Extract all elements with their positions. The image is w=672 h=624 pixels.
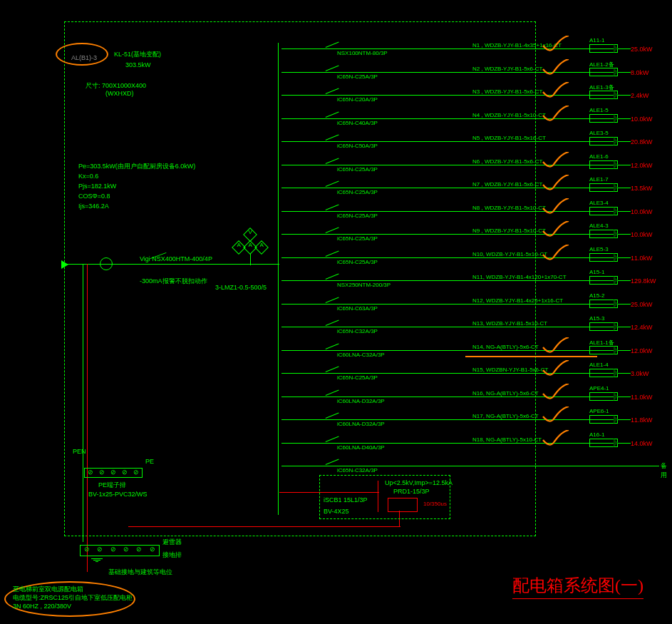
destination-box-icon — [589, 322, 618, 331]
pe-label: PE — [145, 458, 154, 465]
breaker-symbol-icon — [326, 133, 341, 141]
breaker-symbol-icon — [326, 110, 341, 118]
destination-label: ALE1-1备 — [589, 339, 614, 347]
breaker-label: iC60LNA-D32A/3P — [337, 398, 385, 404]
annotation-check-icon — [542, 406, 570, 425]
branch-row: iC65N-C25A/3P N9 , WDZB-YJY-B1-5x10-CT A… — [281, 227, 666, 250]
cable-label: N14, NG-A(BTLY)-5x6-CT — [472, 344, 539, 350]
destination-label: ALE3-4 — [589, 200, 609, 206]
branch-line — [281, 234, 631, 235]
load-label: 11.0kW — [631, 394, 653, 401]
annotation-check-icon — [542, 106, 570, 124]
panel-id-short: AL(B1)-3 — [71, 54, 97, 61]
breaker-symbol-icon — [326, 86, 341, 95]
breaker-label: iC60LNA-D32A/3P — [337, 421, 385, 427]
branch-line — [281, 118, 631, 119]
pe-cable-label: BV-1x25-PVC32/WS — [88, 491, 148, 498]
destination-box-icon — [589, 137, 618, 145]
load-label: 129.8kW — [631, 277, 656, 285]
breaker-label: iC65N-C25A/3P — [337, 189, 378, 195]
destination-label: A15-2 — [589, 292, 604, 299]
breaker-label: iC60LNA-C32A/3P — [337, 352, 385, 358]
breaker-symbol-icon — [326, 63, 341, 72]
destination-label: APE4-1 — [589, 385, 609, 392]
pe-terminal-bar: ⊘⊘⊘⊘⊘ — [84, 468, 143, 478]
destination-box-icon — [589, 439, 618, 447]
load-label: 2.4kW — [631, 92, 649, 99]
branch-line — [281, 48, 631, 49]
cable-label: N17, NG-A(BTLY)-5x6-CT — [472, 413, 539, 419]
cable-label: N15, WDZBN-YJY-B1-5x6-CT — [472, 367, 548, 373]
breaker-symbol-icon — [326, 179, 341, 188]
branch-row: iC65N-C40A/3P N4 , WDZB-YJY-B1-5x10-CT A… — [281, 111, 666, 135]
cable-label: N11, WDZB-YJY-B1-4x120+1x70-CT — [472, 274, 567, 280]
annotation-check-icon — [542, 82, 570, 101]
cable-label: N12, WDZB-YJY-B1-4x25+1x16-CT — [472, 297, 563, 304]
breaker-symbol-icon — [326, 411, 341, 419]
destination-label: ALE3-5 — [589, 130, 609, 136]
annotation-check-icon — [542, 36, 570, 54]
panel-params: Pe=303.5kW(由用户自配厨房设备6.0kW) Kx=0.6 Pjs=18… — [78, 161, 195, 211]
load-label: 11.0kW — [631, 255, 653, 262]
breaker-symbol-icon — [326, 40, 341, 48]
branch-line — [281, 304, 631, 305]
annotation-check-icon — [542, 360, 570, 379]
branch-line — [281, 466, 659, 466]
incoming-arrow-icon — [61, 260, 68, 269]
branch-row: iC60LNA-D32A/3P N17, NG-A(BTLY)-5x6-CT A… — [281, 412, 666, 436]
destination-label: ALE1-2备 — [589, 61, 614, 68]
cable-label: N18, NG-A(BTLY)-5x10-CT — [472, 436, 542, 443]
cable-label: N6 , WDZB-YJY-B1-5x6-CT — [472, 158, 542, 165]
load-label: 25.0kW — [631, 46, 653, 53]
breaker-label: iC65N-C50A/3P — [337, 143, 378, 149]
annotation-check-icon — [542, 245, 570, 263]
destination-label: A11-1 — [589, 37, 604, 44]
cable-label: N16, NG-A(BTLY)-5x6-CT — [472, 390, 539, 397]
load-label: 10.0kW — [631, 208, 653, 215]
breaker-label: iC65N-C32A/3P — [337, 467, 378, 474]
breaker-label: iC65N-C32A/3P — [337, 328, 378, 334]
branch-row: iC65N-C25A/3P N10, WDZB-YJY-B1-5x10-CT A… — [281, 250, 666, 274]
annotation-check-icon — [542, 152, 570, 170]
branch-row: iC60LNA-D40A/3P N18, NG-A(BTLY)-5x10-CT … — [281, 436, 666, 459]
annotation-check-icon — [542, 175, 570, 193]
branch-line — [281, 373, 631, 374]
pe-bar-label: PE端子排 — [98, 481, 126, 490]
annotation-check-icon — [542, 337, 570, 356]
load-label: 8.0kW — [631, 69, 649, 76]
load-label: 12.4kW — [631, 324, 653, 331]
breaker-label: iC65N-C40A/3P — [337, 120, 378, 126]
spare-label: 备用 — [661, 461, 667, 480]
breaker-symbol-icon — [326, 457, 341, 466]
annotation-check-icon — [542, 198, 570, 217]
ct-symbol-icon — [100, 257, 113, 270]
branch-line — [281, 188, 631, 188]
breaker-symbol-icon — [326, 434, 341, 443]
breaker-symbol-icon — [326, 364, 341, 373]
breaker-label: iC65N-C25A/3P — [337, 73, 378, 80]
spd-earth-run — [128, 526, 400, 527]
spd-enclosure — [319, 475, 450, 519]
branch-row: iC65N-C25A/3P N8 , WDZB-YJY-B1-5x10-CT A… — [281, 204, 666, 227]
load-label: 10.0kW — [631, 231, 653, 238]
panel-total-load: 303.5kW — [125, 61, 151, 68]
load-label: 25.0kW — [631, 301, 653, 308]
destination-box-icon — [589, 68, 618, 76]
destination-label: APE6-1 — [589, 408, 609, 414]
breaker-label: NSX100NTM-80/3P — [337, 50, 388, 56]
busbar — [278, 43, 279, 515]
breaker-label: iC65N-C63A/3P — [337, 305, 378, 312]
breaker-label: iC60LNA-D40A/3P — [337, 444, 385, 451]
pen-drop-line — [83, 264, 83, 542]
destination-label: ALE1-6 — [589, 153, 609, 160]
branch-line — [281, 257, 631, 258]
branch-row: iC65N-C20A/3P N3 , WDZB-YJY-B1-5x6-CT AL… — [281, 88, 666, 111]
load-label: 20.8kW — [631, 138, 653, 145]
source-notes: 至电梯前室双电源配电箱 电缆型号:ZRSC125引自地下室低压配电柜 3N 60… — [13, 585, 133, 610]
breaker-symbol-icon — [326, 249, 341, 257]
annotation-check-icon — [542, 221, 570, 240]
cable-label: N3 , WDZB-YJY-B1-5x6-CT — [472, 88, 542, 95]
destination-label: A15-3 — [589, 315, 604, 322]
annotation-check-icon — [542, 59, 570, 78]
main-breaker-symbol — [150, 255, 167, 256]
